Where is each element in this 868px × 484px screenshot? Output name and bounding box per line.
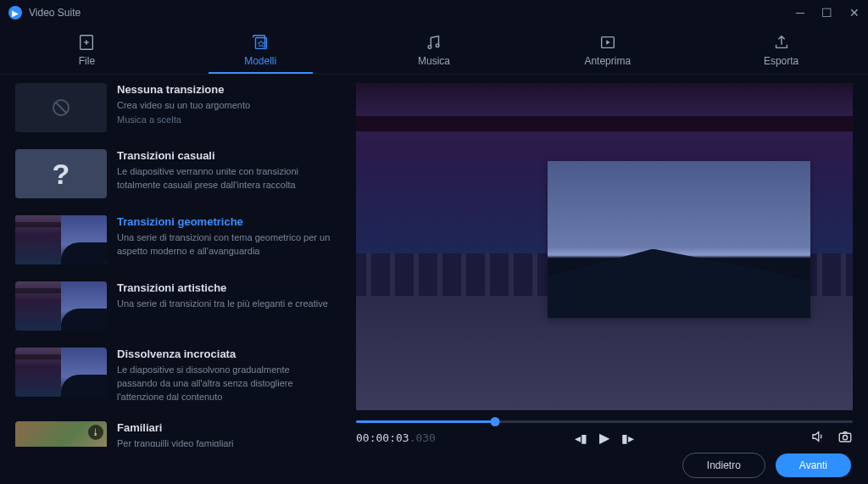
template-desc: Una serie di transizioni tra le più eleg… (117, 298, 332, 311)
minimize-icon[interactable]: ─ (796, 6, 804, 19)
template-item-random[interactable]: ? Transizioni casuali Le diapositive ver… (0, 141, 344, 207)
preview-inset (548, 161, 810, 318)
titlebar: ▶ Video Suite ─ ☐ ✕ (0, 0, 868, 25)
template-extra: Musica a scelta (117, 114, 332, 125)
tab-file[interactable]: File (0, 25, 174, 74)
template-thumb (15, 215, 107, 264)
template-desc: Le diapositive verranno unite con transi… (117, 165, 332, 192)
template-desc: Crea video su un tuo argomento (117, 99, 332, 113)
snapshot-icon[interactable] (837, 429, 853, 447)
window-controls: ─ ☐ ✕ (796, 6, 860, 19)
no-transition-icon (51, 97, 71, 118)
prev-frame-icon[interactable]: ◂▮ (575, 431, 587, 445)
close-icon[interactable]: ✕ (849, 6, 860, 19)
templates-icon (251, 33, 270, 52)
tabbar: File Modelli Musica Anteprima Esporta (0, 25, 868, 75)
tab-label: Modelli (244, 55, 276, 67)
template-item-crossfade[interactable]: Dissolvenza incrociata Le diapositive si… (0, 339, 344, 413)
template-title: Transizioni artistiche (117, 281, 332, 294)
template-desc: Per tranquilli video famigliari (117, 437, 332, 447)
template-info: Transizioni geometriche Una serie di tra… (117, 215, 332, 259)
tab-preview[interactable]: Anteprima (520, 25, 694, 74)
template-desc: Le diapositive si dissolvono gradualment… (117, 364, 332, 404)
svg-point-5 (436, 43, 439, 47)
next-frame-icon[interactable]: ▮▸ (621, 431, 634, 445)
timecode-main: 00:00:03 (356, 431, 409, 444)
tab-templates[interactable]: Modelli (174, 25, 348, 74)
tab-music[interactable]: Musica (348, 25, 521, 74)
template-thumb (15, 83, 107, 132)
template-info: Familiari Per tranquilli video famigliar… (117, 421, 332, 447)
tab-export[interactable]: Esporta (694, 25, 868, 74)
seek-bar[interactable] (356, 415, 853, 427)
svg-rect-9 (839, 433, 851, 442)
tab-label: Anteprima (584, 55, 631, 67)
app-title: Video Suite (29, 7, 81, 19)
svg-point-10 (843, 436, 847, 440)
preview-canvas[interactable] (356, 83, 853, 410)
template-thumb: ⭳ (15, 421, 107, 447)
preview-icon (598, 33, 617, 52)
back-button[interactable]: Indietro (682, 453, 765, 478)
next-button[interactable]: Avanti (776, 453, 851, 477)
template-title: Transizioni casuali (117, 149, 332, 162)
template-desc: Una serie di transizioni con tema geomet… (117, 231, 332, 259)
template-thumb (15, 348, 107, 397)
template-title: Dissolvenza incrociata (117, 348, 332, 360)
app-icon: ▶ (8, 6, 22, 19)
template-info: Transizioni casuali Le diapositive verra… (117, 149, 332, 192)
svg-line-8 (56, 103, 67, 114)
playback-controls: 00:00:03.030 ◂▮ ▶ ▮▸ (356, 410, 853, 447)
template-title: Transizioni geometriche (117, 215, 332, 228)
tab-label: Esporta (764, 55, 798, 67)
template-title: Familiari (117, 421, 332, 434)
template-item-artistic[interactable]: Transizioni artistiche Una serie di tran… (0, 273, 344, 339)
template-item-geometric[interactable]: Transizioni geometriche Una serie di tra… (0, 207, 344, 273)
tab-label: Musica (418, 55, 450, 67)
download-icon[interactable]: ⭳ (88, 425, 103, 440)
seek-thumb[interactable] (491, 417, 500, 426)
timecode-frac: .030 (409, 431, 436, 444)
maximize-icon[interactable]: ☐ (821, 6, 832, 19)
tab-label: File (79, 55, 95, 67)
transport-controls: ◂▮ ▶ ▮▸ (575, 430, 634, 446)
timecode: 00:00:03.030 (356, 431, 436, 444)
music-icon (425, 33, 443, 52)
template-info: Transizioni artistiche Una serie di tran… (117, 281, 332, 311)
export-icon (772, 33, 791, 52)
template-item-none[interactable]: Nessuna transizione Crea video su un tuo… (0, 75, 344, 141)
template-list[interactable]: Nessuna transizione Crea video su un tuo… (0, 75, 348, 447)
template-thumb (15, 281, 107, 331)
volume-icon[interactable] (810, 429, 826, 447)
svg-point-4 (428, 45, 431, 48)
bottom-bar: Indietro Avanti (0, 447, 868, 484)
template-info: Nessuna transizione Crea video su un tuo… (117, 83, 332, 125)
playback-extra (810, 429, 853, 447)
template-thumb: ? (15, 149, 107, 198)
template-info: Dissolvenza incrociata Le diapositive si… (117, 348, 332, 404)
play-icon[interactable]: ▶ (599, 430, 609, 446)
template-item-family[interactable]: ⭳ Familiari Per tranquilli video famigli… (0, 413, 344, 447)
file-plus-icon (77, 33, 96, 52)
template-title: Nessuna transizione (117, 83, 332, 96)
preview-area: 00:00:03.030 ◂▮ ▶ ▮▸ (348, 75, 868, 447)
